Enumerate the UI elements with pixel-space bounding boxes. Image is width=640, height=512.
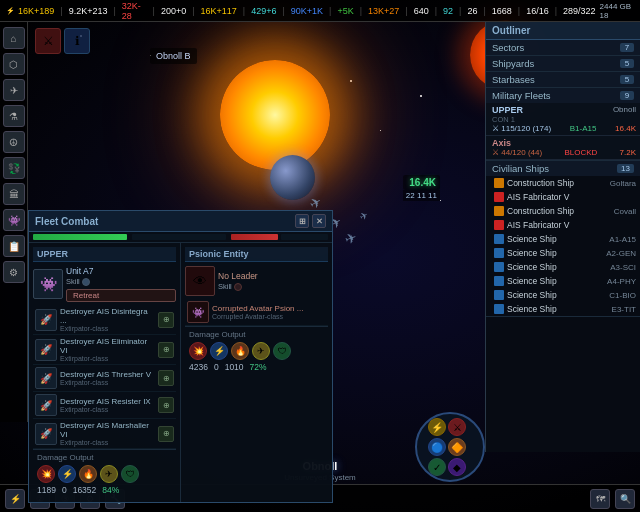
starbases-header[interactable]: Starbases 5 [486, 72, 640, 87]
sship6-icon [494, 304, 504, 314]
sidebar-tech-icon[interactable]: ⚗ [3, 105, 25, 127]
civilian-header[interactable]: Civilian Ships 13 [486, 161, 640, 176]
sidebar-fleet-icon[interactable]: ✈ [3, 79, 25, 101]
fleet-axis-value: 7.2K [620, 148, 636, 157]
bottom-zoom-icon[interactable]: 🔍 [615, 489, 635, 509]
battle-nums: 22 11 11 [403, 190, 440, 201]
left-fleet-title: UPPER [37, 249, 172, 259]
dmg-rnum-2: 0 [214, 362, 219, 372]
star-sun [220, 60, 330, 170]
panel-expand-btn[interactable]: ⊞ [295, 214, 309, 228]
right-health-bar [231, 234, 278, 240]
unit2-target-btn[interactable]: ⊕ [158, 342, 174, 358]
sidebar-event-icon[interactable]: 📋 [3, 235, 25, 257]
sidebar-map-icon[interactable]: ⬡ [3, 53, 25, 75]
nav-icons: ⚡ ⚔ 🔵 🔶 ✓ ◆ [428, 418, 472, 476]
science-ship-6[interactable]: Science Ship E3-TIT [486, 302, 640, 316]
panel-controls: ⊞ ✕ [295, 214, 326, 228]
civilian-ship-1[interactable]: Construction Ship Goltara [486, 176, 640, 190]
nav-circle[interactable]: ⚡ ⚔ 🔵 🔶 ✓ ◆ [415, 412, 485, 482]
sidebar-politics-icon[interactable]: 🏛 [3, 183, 25, 205]
sidebar-home-icon[interactable]: ⌂ [3, 27, 25, 49]
cship3-icon [494, 206, 504, 216]
civilian-ship-4[interactable]: AIS Fabricator V [486, 218, 640, 232]
sidebar-diplo-icon[interactable]: ☮ [3, 131, 25, 153]
unit3-target-btn[interactable]: ⊕ [158, 370, 174, 386]
military-label: Military Fleets [492, 90, 551, 101]
fleet-axis-hp: 44/120 (44) [501, 148, 542, 157]
unit2-info: Destroyer AIS Eliminator VI Extirpator-c… [60, 337, 155, 362]
r11-value: 92 [443, 6, 453, 16]
sectors-label: Sectors [492, 42, 524, 53]
unit5-target-btn[interactable]: ⊕ [158, 426, 174, 442]
enemy-unit1-name: Corrupted Avatar Psion ... [212, 304, 326, 313]
bottom-nav-icon[interactable]: 🗺 [590, 489, 610, 509]
outliner-section-military: Military Fleets 9 UPPER Obnoll CON 1 ⚔ 1… [486, 88, 640, 161]
navigation-area: ⚡ ⚔ 🔵 🔶 ✓ ◆ [415, 412, 485, 482]
sectors-header[interactable]: Sectors 7 [486, 40, 640, 55]
star [380, 130, 381, 131]
unit5-info: Destroyer AIS Marshaller VI Extirpator-c… [60, 421, 155, 446]
info-icon[interactable]: ℹ [64, 28, 90, 54]
nav-icon-3[interactable]: 🔵 [428, 438, 446, 456]
damage-title-right: Damage Output [189, 330, 324, 339]
enemy-info: No Leader Skill [218, 271, 328, 291]
fleet-axis-name: Axis [492, 138, 511, 148]
fleet-axis[interactable]: Axis ⚔ 44/120 (44) BLOCKD 7.2K [486, 136, 640, 160]
science-ship-4[interactable]: Science Ship A4-PHY [486, 274, 640, 288]
civilian-ship-2[interactable]: AIS Fabricator V [486, 190, 640, 204]
science-ship-2[interactable]: Science Ship A2-GEN [486, 246, 640, 260]
cship1-loc: Goltara [610, 179, 636, 188]
sship5-class: C1-BIO [609, 291, 636, 300]
unit1-target-btn[interactable]: ⊕ [158, 312, 174, 328]
unit2-class: Extirpator-class [60, 355, 155, 362]
resource-energy: ⚡ 16K+189 [4, 5, 54, 17]
military-header[interactable]: Military Fleets 9 [486, 88, 640, 103]
shipyards-header[interactable]: Shipyards 5 [486, 56, 640, 71]
storage-display: 2444 GB 18 [600, 2, 636, 20]
sidebar-trade-icon[interactable]: 💱 [3, 157, 25, 179]
commander-skill: Skill [66, 277, 90, 286]
civilian-count: 13 [617, 164, 634, 173]
left-health-bar [33, 234, 127, 240]
outliner-section-starbases: Starbases 5 [486, 72, 640, 88]
science-ship-1[interactable]: Science Ship A1-A15 [486, 232, 640, 246]
combat-icon[interactable]: ⚔ [35, 28, 61, 54]
damage-numbers-right: 4236 0 1010 72% [189, 362, 324, 372]
nav-icon-2[interactable]: ⚔ [448, 418, 466, 436]
nav-icon-6[interactable]: ◆ [448, 458, 466, 476]
sship4-name: Science Ship [507, 276, 604, 286]
science-ship-3[interactable]: Science Ship A3-SCI [486, 260, 640, 274]
sidebar-settings-icon[interactable]: ⚙ [3, 261, 25, 283]
unit3-icon: 🚀 [35, 367, 57, 389]
sship6-class: E3-TIT [612, 305, 636, 314]
unit3-info: Destroyer AIS Thresher V Extirpator-clas… [60, 370, 155, 386]
nav-icon-5[interactable]: ✓ [428, 458, 446, 476]
civilian-ship-3[interactable]: Construction Ship Covall [486, 204, 640, 218]
star [440, 200, 441, 201]
star [350, 80, 352, 82]
sectors-count: 7 [620, 43, 634, 52]
dmg-pct-left: 84% [102, 485, 119, 495]
right-fleet-title: Psionic Entity [189, 249, 324, 259]
unit4-target-btn[interactable]: ⊕ [158, 397, 174, 413]
commander-name: Unit A7 [66, 266, 176, 276]
sidebar-species-icon[interactable]: 👾 [3, 209, 25, 231]
outliner-section-civilian: Civilian Ships 13 Construction Ship Golt… [486, 161, 640, 317]
shipyards-label: Shipyards [492, 58, 534, 69]
unit4-icon: 🚀 [35, 394, 57, 416]
dmg-icon-kinetic: 💥 [37, 465, 55, 483]
dmg-rnum-3: 1010 [225, 362, 244, 372]
panel-close-btn[interactable]: ✕ [312, 214, 326, 228]
unit4-class: Extirpator-class [60, 406, 155, 413]
dmg-icon-shield-r: 🛡 [273, 342, 291, 360]
science-ship-5[interactable]: Science Ship C1-BIO [486, 288, 640, 302]
nav-icon-4[interactable]: 🔶 [448, 438, 466, 456]
fleet-upper-location: Obnoll [613, 105, 636, 115]
starbases-count: 5 [620, 75, 634, 84]
bottom-icon-1[interactable]: ⚡ [5, 489, 25, 509]
nav-icon-1[interactable]: ⚡ [428, 418, 446, 436]
battle-display: 16.4K 22 11 11 [403, 175, 440, 201]
fleet-upper[interactable]: UPPER Obnoll CON 1 ⚔ 115/120 (174) B1-A1… [486, 103, 640, 136]
retreat-button[interactable]: Retreat [66, 289, 176, 302]
